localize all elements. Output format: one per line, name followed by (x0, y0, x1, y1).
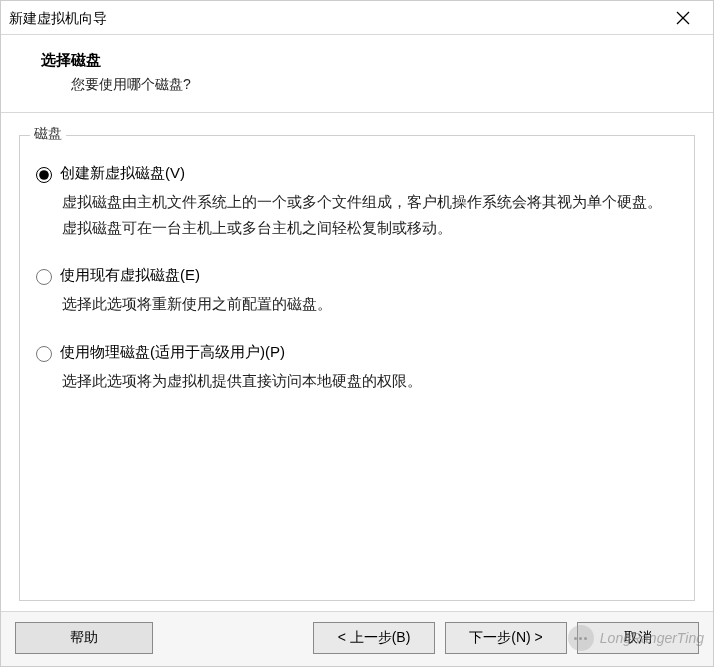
radio-label-physical: 使用物理磁盘(适用于高级用户)(P) (60, 343, 285, 362)
radio-label-create: 创建新虚拟磁盘(V) (60, 164, 185, 183)
radio-desc-create: 虚拟磁盘由主机文件系统上的一个或多个文件组成，客户机操作系统会将其视为单个硬盘。… (62, 189, 672, 240)
cancel-button[interactable]: 取消 (577, 622, 699, 654)
back-button[interactable]: < 上一步(B) (313, 622, 435, 654)
wizard-footer: 帮助 < 上一步(B) 下一步(N) > 取消 (1, 611, 713, 666)
wizard-header: 选择磁盘 您要使用哪个磁盘? (1, 35, 713, 113)
groupbox-legend: 磁盘 (30, 125, 66, 143)
radio-use-physical-disk[interactable]: 使用物理磁盘(适用于高级用户)(P) (36, 343, 678, 362)
radio-desc-physical: 选择此选项将为虚拟机提供直接访问本地硬盘的权限。 (62, 368, 672, 394)
radio-input-create[interactable] (36, 167, 52, 183)
close-icon (676, 11, 690, 25)
radio-input-existing[interactable] (36, 269, 52, 285)
radio-desc-existing: 选择此选项将重新使用之前配置的磁盘。 (62, 291, 672, 317)
page-title: 选择磁盘 (31, 51, 683, 70)
radio-label-existing: 使用现有虚拟磁盘(E) (60, 266, 200, 285)
window-title: 新建虚拟机向导 (9, 8, 107, 28)
close-button[interactable] (661, 3, 705, 33)
radio-use-existing-disk[interactable]: 使用现有虚拟磁盘(E) (36, 266, 678, 285)
disk-groupbox: 磁盘 创建新虚拟磁盘(V) 虚拟磁盘由主机文件系统上的一个或多个文件组成，客户机… (19, 135, 695, 601)
next-button[interactable]: 下一步(N) > (445, 622, 567, 654)
title-bar: 新建虚拟机向导 (1, 1, 713, 35)
wizard-body: 磁盘 创建新虚拟磁盘(V) 虚拟磁盘由主机文件系统上的一个或多个文件组成，客户机… (1, 113, 713, 611)
radio-input-physical[interactable] (36, 346, 52, 362)
help-button[interactable]: 帮助 (15, 622, 153, 654)
radio-create-new-disk[interactable]: 创建新虚拟磁盘(V) (36, 164, 678, 183)
wizard-window: 新建虚拟机向导 选择磁盘 您要使用哪个磁盘? 磁盘 创建新虚拟磁盘(V) 虚拟磁… (0, 0, 714, 667)
page-subtitle: 您要使用哪个磁盘? (31, 76, 683, 94)
